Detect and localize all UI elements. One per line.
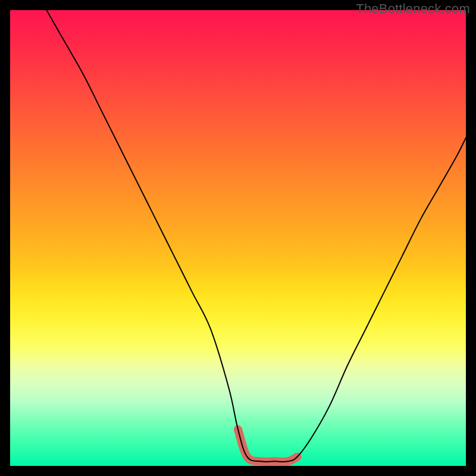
bottleneck-curve-line [46, 10, 466, 462]
plot-area [10, 10, 466, 466]
curve-svg [10, 10, 466, 466]
bottleneck-chart: TheBottleneck.com [0, 0, 476, 476]
watermark-text: TheBottleneck.com [356, 1, 470, 17]
